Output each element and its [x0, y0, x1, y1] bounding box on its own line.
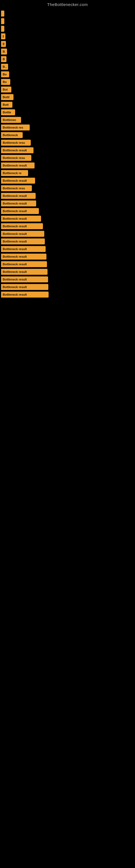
bar-label: Bottleneck result: [3, 149, 27, 152]
bar-label: Bottleneck result: [3, 270, 27, 273]
bar-row: Bo: [0, 79, 135, 85]
bar-item: Bottleneck result: [1, 162, 35, 168]
bar-row: B: [0, 33, 135, 39]
bar-label: Bottleneck result: [3, 225, 27, 228]
bar-item: Bottleneck result: [1, 200, 36, 207]
bar-item: Bottleneck result: [1, 178, 35, 184]
bar-label: B: [3, 42, 4, 45]
bar-item: Bo: [1, 79, 10, 85]
bar-label: Bottleneck result: [3, 194, 27, 197]
bar-row: [0, 26, 135, 32]
bar-item: Bottleneck result: [1, 291, 49, 298]
bar-row: B: [0, 41, 135, 47]
bar-item: Bo: [1, 49, 7, 55]
bar-label: Bottleneck result: [3, 209, 27, 213]
bar-item: Bott: [1, 102, 12, 108]
bar-item: Bottleneck result: [1, 147, 34, 153]
bar-row: Bottleneck resu: [0, 185, 135, 191]
bar-row: Bottleneck result: [0, 208, 135, 214]
bar-row: Bottleneck result: [0, 291, 135, 298]
bar-item: Bo: [1, 71, 9, 77]
bar-item: Bottleneck result: [1, 193, 36, 199]
bars-container: BBBoBBoBoBoBotBottlBottBottleBottlenecBo…: [0, 8, 135, 298]
bar-item: [1, 26, 4, 32]
bar-item: Bottleneck result: [1, 239, 45, 244]
bar-row: Bott: [0, 102, 135, 108]
bar-label: Bottle: [3, 111, 11, 114]
bar-item: Bottleneck res: [1, 124, 30, 130]
bar-label: Bottleneck result: [3, 255, 27, 258]
bar-label: Bottleneck result: [3, 232, 27, 236]
bar-item: [1, 18, 4, 24]
bar-item: B: [1, 33, 5, 39]
bar-label: Bottleneck result: [3, 202, 27, 205]
bar-label: Bottleneck: [3, 133, 18, 137]
bar-label: Bottleneck res: [3, 126, 23, 129]
bar-item: Bottleneck result: [1, 254, 46, 259]
bar-row: Bottleneck result: [0, 261, 135, 267]
bar-row: Bottleneck result: [0, 147, 135, 153]
bar-row: Bo: [0, 71, 135, 77]
bar-item: Bottleneck result: [1, 269, 48, 275]
bar-label: Bottleneck result: [3, 179, 27, 182]
bar-item: Bottlenec: [1, 117, 21, 123]
bar-label: Bottleneck resu: [3, 187, 25, 190]
bar-label: Bottleneck result: [3, 285, 27, 289]
bar-item: B: [1, 56, 6, 62]
bar-row: Bottleneck result: [0, 254, 135, 259]
bar-item: Bottleneck resu: [1, 140, 31, 146]
bar-row: Bottleneck result: [0, 193, 135, 199]
bar-row: B: [0, 56, 135, 62]
bar-row: Bottleneck: [0, 132, 135, 138]
bar-row: Bottleneck result: [0, 178, 135, 184]
bar-row: Bottleneck result: [0, 246, 135, 252]
bar-item: Bottleneck result: [1, 223, 43, 229]
bar-row: Bottleneck result: [0, 216, 135, 222]
bar-row: Bottleneck resu: [0, 140, 135, 146]
bar-row: Bo: [0, 64, 135, 70]
bar-row: Bot: [0, 87, 135, 93]
bar-row: Bottlenec: [0, 117, 135, 123]
bar-row: Bottleneck result: [0, 269, 135, 275]
bar-item: Bottleneck result: [1, 261, 47, 267]
bar-label: Bottleneck resu: [3, 156, 25, 159]
bar-row: Bottleneck result: [0, 223, 135, 229]
bar-row: Bottleneck result: [0, 239, 135, 244]
bar-row: Bottleneck result: [0, 200, 135, 207]
bar-label: Bottleneck result: [3, 240, 27, 243]
bar-item: [1, 10, 4, 17]
bar-row: [0, 18, 135, 24]
bar-label: Bottlenec: [3, 118, 16, 122]
bar-item: Bottleneck result: [1, 284, 48, 290]
site-title: TheBottlenecker.com: [0, 0, 135, 8]
bar-row: Bo: [0, 49, 135, 55]
bar-item: B: [1, 41, 6, 47]
bar-item: Bottle: [1, 109, 15, 115]
bar-item: Bottl: [1, 94, 13, 100]
bar-row: Bottleneck result: [0, 284, 135, 290]
bar-item: Bottleneck result: [1, 216, 41, 222]
bar-row: Bottleneck resu: [0, 155, 135, 161]
bar-row: Bottleneck result: [0, 162, 135, 168]
bar-item: Bottleneck resu: [1, 185, 32, 191]
bar-item: Bottleneck: [1, 132, 23, 138]
bar-row: Bottleneck result: [0, 231, 135, 237]
bar-item: Bottleneck resu: [1, 155, 31, 161]
bar-label: Bottleneck result: [3, 278, 27, 281]
bar-row: Bottl: [0, 94, 135, 100]
bar-label: Bott: [3, 103, 9, 106]
bar-item: Bottleneck result: [1, 208, 39, 214]
bar-label: B: [3, 35, 4, 38]
bar-row: [0, 10, 135, 17]
bar-row: Bottleneck result: [0, 276, 135, 282]
bar-item: Bo: [1, 64, 8, 70]
bar-item: Bottleneck result: [1, 231, 44, 237]
bar-label: Bottleneck result: [3, 247, 27, 251]
bar-row: Bottle: [0, 109, 135, 115]
bar-label: Bot: [3, 88, 8, 91]
bar-label: Bottleneck resu: [3, 141, 25, 144]
bar-label: Bottleneck result: [3, 262, 27, 266]
bar-label: B: [3, 58, 5, 61]
bar-row: Bottleneck re: [0, 170, 135, 176]
bar-label: Bottleneck result: [3, 293, 27, 296]
